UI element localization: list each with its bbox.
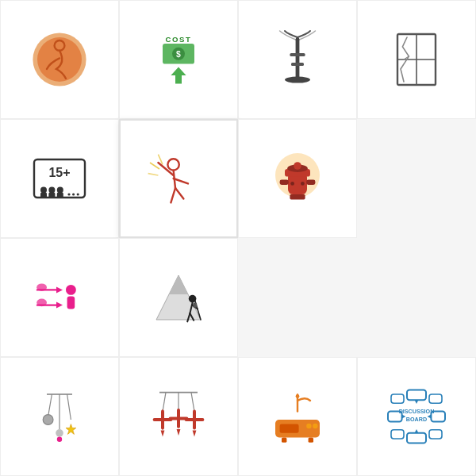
svg-marker-92 — [428, 415, 432, 419]
svg-line-52 — [67, 394, 71, 420]
star-cross-icon-cell[interactable] — [119, 357, 238, 476]
router-icon-cell[interactable] — [238, 357, 357, 476]
svg-rect-41 — [67, 296, 75, 309]
age-rating-icon-cell[interactable]: 15+ — [0, 119, 119, 238]
svg-point-38 — [290, 182, 294, 186]
age-rating-icon: 15+ — [28, 147, 91, 210]
svg-point-56 — [56, 429, 63, 437]
svg-line-59 — [163, 393, 166, 412]
empty-cell-r2c4 — [357, 119, 476, 238]
svg-point-44 — [36, 283, 47, 291]
svg-rect-37 — [306, 180, 315, 185]
pointing-icon — [28, 266, 91, 329]
svg-rect-96 — [429, 430, 442, 439]
fire-hydrant-icon-cell[interactable] — [238, 119, 357, 238]
pointing-icon-cell[interactable] — [0, 238, 119, 357]
svg-point-19 — [57, 186, 63, 193]
svg-marker-73 — [177, 429, 181, 436]
svg-text:15+: 15+ — [48, 166, 70, 179]
svg-point-9 — [285, 77, 310, 83]
svg-rect-21 — [48, 193, 55, 198]
svg-rect-94 — [429, 394, 442, 403]
svg-marker-43 — [56, 302, 63, 309]
fire-hydrant-icon — [266, 147, 329, 210]
svg-rect-36 — [280, 180, 289, 185]
svg-marker-47 — [169, 275, 188, 294]
svg-rect-78 — [280, 424, 299, 433]
svg-marker-42 — [56, 286, 63, 293]
svg-point-1 — [37, 37, 82, 82]
svg-line-27 — [148, 174, 159, 175]
mobile-decor-icon — [28, 385, 91, 448]
cost-icon-cell[interactable]: COST $ — [119, 0, 238, 119]
svg-rect-20 — [40, 193, 47, 198]
svg-line-51 — [48, 394, 52, 416]
flexible-icon — [28, 28, 91, 91]
svg-point-17 — [40, 186, 47, 193]
svg-point-39 — [301, 182, 305, 186]
svg-point-18 — [48, 186, 55, 193]
svg-rect-49 — [193, 302, 197, 307]
svg-rect-87 — [407, 433, 426, 443]
svg-text:COST: COST — [165, 35, 191, 44]
hiking-icon — [147, 266, 210, 329]
dab-dance-icon-cell[interactable] — [119, 119, 238, 238]
svg-point-53 — [43, 415, 53, 425]
broken-window-icon — [385, 28, 448, 91]
svg-marker-72 — [161, 431, 165, 437]
svg-rect-81 — [282, 437, 286, 442]
totem-icon — [266, 28, 329, 91]
svg-rect-95 — [391, 430, 404, 439]
hiking-icon-cell[interactable] — [119, 238, 238, 357]
svg-point-25 — [77, 193, 79, 195]
svg-point-23 — [67, 193, 70, 195]
svg-rect-10 — [290, 53, 305, 56]
svg-marker-7 — [171, 67, 186, 84]
svg-point-40 — [66, 285, 76, 295]
svg-rect-82 — [309, 437, 313, 442]
broken-window-icon-cell[interactable] — [357, 0, 476, 119]
svg-rect-33 — [290, 194, 305, 199]
svg-line-61 — [191, 393, 194, 412]
svg-marker-90 — [402, 415, 406, 419]
svg-marker-88 — [415, 429, 419, 433]
svg-marker-54 — [66, 424, 76, 435]
svg-point-35 — [294, 162, 301, 170]
svg-point-24 — [72, 193, 75, 195]
flexible-icon-cell[interactable] — [0, 0, 119, 119]
svg-point-29 — [167, 159, 178, 170]
svg-point-76 — [296, 394, 300, 398]
svg-point-80 — [313, 424, 317, 428]
mobile-decor-icon-cell[interactable] — [0, 357, 119, 476]
svg-text:DISCUSSION: DISCUSSION — [399, 408, 435, 415]
svg-point-57 — [57, 437, 62, 442]
empty-cell-r3c3 — [238, 238, 357, 357]
star-cross-icon — [147, 385, 210, 448]
svg-rect-8 — [296, 37, 300, 79]
empty-cell-r3c4 — [357, 238, 476, 357]
router-icon — [266, 385, 329, 448]
svg-point-79 — [306, 424, 311, 428]
dab-dance-icon — [147, 147, 210, 210]
svg-marker-74 — [193, 431, 197, 437]
cost-icon: COST $ — [147, 28, 210, 91]
discussion-board-icon: DISCUSSION BOARD — [385, 385, 448, 448]
discussion-board-icon-cell[interactable]: DISCUSSION BOARD — [357, 357, 476, 476]
svg-rect-93 — [391, 394, 404, 403]
svg-marker-86 — [415, 400, 419, 404]
svg-point-45 — [36, 299, 47, 307]
svg-rect-11 — [291, 63, 304, 66]
totem-icon-cell[interactable] — [238, 0, 357, 119]
svg-text:$: $ — [176, 50, 181, 59]
svg-rect-22 — [57, 193, 63, 198]
svg-rect-85 — [407, 390, 426, 400]
svg-text:BOARD: BOARD — [406, 416, 427, 423]
